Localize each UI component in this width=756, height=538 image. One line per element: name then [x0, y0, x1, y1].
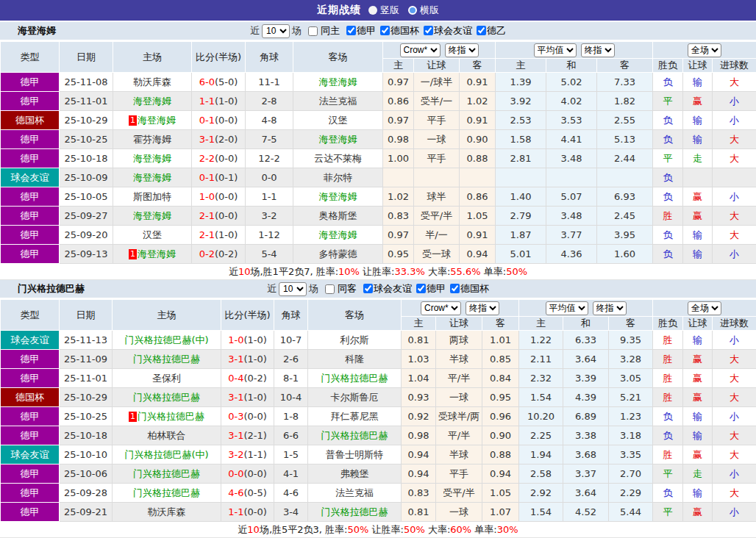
odds-handicap-cell: 受球半/两 [436, 407, 482, 426]
avg-draw-cell: 5.02 [546, 73, 597, 92]
result-goals-cell: 大 [713, 207, 756, 226]
odds-away-cell: 0.88 [482, 445, 519, 465]
match-row: 德甲25-11-08勒沃库森6-0(5-0)11-1海登海姆0.97一/球半0.… [1, 73, 756, 92]
col-home: 主场 [113, 42, 192, 73]
avg-away-cell: 6.93 [597, 187, 653, 207]
radio-vertical-label: 竖版 [380, 4, 399, 17]
avg-draw-cell: 3.68 [563, 445, 609, 465]
odds-home-cell: 0.93 [402, 388, 436, 407]
corner-cell: 0-0 [246, 168, 293, 187]
match-row: 球会友谊25-11-13门兴格拉德巴赫(中)1-0(1-0)10-7利尔斯0.8… [1, 331, 756, 350]
corner-cell: 1-12 [246, 226, 293, 245]
league-cell: 德甲 [1, 73, 60, 92]
score-cell: 6-0(5-0) [192, 73, 246, 92]
bookmaker-select[interactable]: Crow* [421, 301, 461, 315]
team-name: 法兰克福 [335, 487, 374, 498]
odds-home-cell: 0.81 [402, 331, 436, 350]
league-checkbox-label: 德甲 [357, 25, 376, 36]
score-cell: 0-4(0-2) [221, 369, 274, 388]
away-team-cell: 法兰克福 [293, 92, 383, 111]
fulltime-score: 0-4 [228, 373, 243, 384]
games-label: 场 [309, 282, 318, 295]
match-row: 德国杯25-10-29门兴格拉德巴赫3-1(1-0)10-4卡尔斯鲁厄0.93一… [1, 388, 756, 407]
same-venue-checkbox[interactable] [308, 26, 318, 36]
result-wdl-cell: 胜 [653, 331, 683, 350]
radio-selected-icon[interactable] [368, 6, 377, 15]
result-handicap-cell: 输 [683, 484, 713, 503]
halftime-score: (0-0) [215, 153, 238, 164]
corner-cell: 7-5 [246, 130, 293, 149]
result-goals-cell: 小 [713, 111, 756, 130]
result-goals-cell: 小 [713, 245, 756, 264]
odds-handicap-cell: 一/球半 [414, 73, 460, 92]
team-name: 菲尔特 [324, 172, 352, 183]
avg-home-cell: 1.54 [519, 388, 563, 407]
odds-home-cell: 0.95 [383, 245, 414, 264]
average-time-select[interactable]: 终指 [593, 301, 627, 315]
odds-handicap-cell: 一球 [436, 503, 482, 522]
radio-unselected-icon[interactable] [408, 6, 417, 15]
league-checkbox-德甲[interactable] [416, 284, 426, 293]
team-name: 斯图加特 [133, 191, 171, 202]
col-odds-handicap: 让球 [414, 59, 460, 73]
radio-vertical-layout[interactable]: 竖版 [368, 4, 399, 17]
score-cell: 1-1(0-0) [221, 503, 274, 522]
match-row: 球会友谊25-10-09海登海姆0-1(0-1)0-0菲尔特负 [1, 168, 756, 187]
avg-home-cell: 1.87 [496, 226, 546, 245]
league-checkbox-德甲[interactable] [346, 26, 356, 35]
bookmaker-select[interactable]: Crow* [400, 43, 441, 57]
league-filter-checkboxes: 球会友谊德甲德国杯 [359, 282, 489, 295]
odds-home-cell: 0.94 [402, 465, 436, 484]
avg-home-cell: 1.58 [496, 130, 546, 149]
radio-horizontal-layout[interactable]: 横版 [408, 4, 439, 17]
league-checkbox-德国杯[interactable] [380, 26, 390, 35]
avg-draw-cell: 3.39 [563, 369, 609, 388]
team-name: 海登海姆 [133, 210, 171, 221]
league-checkbox-球会友谊[interactable] [363, 284, 373, 293]
odds-away-cell: 0.84 [482, 369, 519, 388]
corner-cell: 2-8 [246, 92, 293, 111]
odds-home-cell: 0.98 [402, 426, 436, 445]
average-select[interactable]: 平均值 [534, 43, 577, 57]
matches-table: 类型 日期 主场 比分(半场) 角球 客场 Crow*终指 平均值终指 全场 [0, 41, 756, 264]
fulltime-select[interactable]: 全场 [688, 301, 721, 315]
league-checkbox-球会友谊[interactable] [424, 26, 433, 35]
home-team-cell: 海登海姆 [113, 207, 192, 226]
col-avg-draw: 和 [563, 317, 609, 331]
score-cell: 0-3(0-0) [221, 407, 274, 426]
avg-away-cell: 3.18 [609, 426, 653, 445]
average-time-select[interactable]: 终指 [581, 43, 615, 57]
match-row: 德甲25-09-28门兴格拉德巴赫4-6(0-5)4-6法兰克福0.83受平/半… [1, 484, 756, 503]
league-checkbox-德国杯[interactable] [450, 284, 460, 293]
result-goals-cell: 大 [713, 130, 756, 149]
team-name-heading: 海登海姆 [0, 24, 56, 37]
halftime-score: (0-2) [215, 248, 238, 259]
recent-count-select[interactable]: 10 [262, 24, 290, 38]
odds-away-cell: 1.07 [482, 503, 519, 522]
league-checkbox-德乙[interactable] [477, 26, 486, 35]
league-checkbox-label: 德国杯 [391, 25, 419, 36]
corner-cell: 2-6 [274, 350, 308, 369]
odds-time-select[interactable]: 终指 [466, 301, 499, 315]
league-cell: 德甲 [1, 245, 60, 264]
date-cell: 25-09-13 [60, 245, 113, 264]
average-select[interactable]: 平均值 [546, 301, 588, 315]
same-venue-checkbox[interactable] [325, 284, 335, 294]
fulltime-score: 1-1 [228, 506, 243, 517]
avg-home-cell: 1.22 [519, 331, 563, 350]
match-row: 德甲25-10-18海登海姆2-2(0-0)12-2云达不莱梅1.00平手0.8… [1, 149, 756, 168]
fulltime-select[interactable]: 全场 [688, 43, 721, 57]
avg-home-cell: 2.32 [519, 369, 563, 388]
odds-time-select[interactable]: 终指 [445, 43, 479, 57]
result-handicap-cell: 输 [683, 130, 713, 149]
corner-cell: 8-1 [274, 369, 308, 388]
recent-count-select[interactable]: 10 [279, 282, 307, 296]
result-wdl-cell: 负 [653, 111, 683, 130]
team-name: 海登海姆 [133, 172, 171, 183]
odds-home-cell: 0.97 [383, 73, 414, 92]
summary-stat-value: 50% [404, 524, 425, 535]
result-wdl-cell: 胜 [653, 369, 683, 388]
summary-text: 近 [238, 524, 247, 535]
match-row: 德甲25-10-06门兴格拉德巴赫0-0(0-0)4-1弗赖堡0.94平手0.9… [1, 465, 756, 484]
result-wdl-cell: 负 [653, 168, 683, 187]
